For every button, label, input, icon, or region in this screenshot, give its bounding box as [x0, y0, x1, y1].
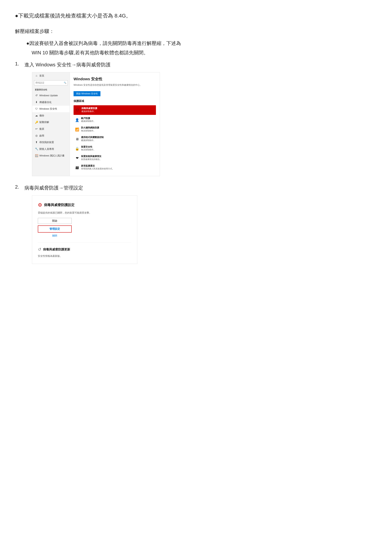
sidebar-item-delivery[interactable]: ⬇ 傳遞最佳化	[32, 99, 70, 106]
sidebar-item-developer[interactable]: 🔧 開發人員專用	[32, 146, 70, 152]
step1-item: 1. 進入 Windows 安全性→病毒與威脅防護 ⌂ 首頁 🔍 更新與安全性 …	[15, 61, 377, 176]
insider-icon: 🪟	[35, 154, 38, 158]
sidebar-item-recovery[interactable]: ↩ 復原	[32, 126, 70, 132]
panel2-title: 病毒與威脅防護設定	[44, 202, 75, 208]
panel2-update-title: 病毒與威脅防護更新	[43, 247, 70, 252]
virus-protection-desc: 建議採取動作。	[81, 110, 154, 113]
sidebar-item-backup[interactable]: ☁ 備份	[32, 112, 70, 119]
panel2-update-icon: ↺	[38, 246, 41, 253]
open-windows-security-button[interactable]: 開啟 Windows 安全性	[74, 91, 100, 96]
account-icon: 👤	[75, 117, 79, 123]
panel2-close-link[interactable]: 關閉	[38, 234, 72, 238]
sidebar-search-input[interactable]	[35, 81, 64, 84]
parental-title: 家長監護選項	[81, 165, 154, 167]
file-size-check: ●下載完成檔案後請先檢查檔案大小是否為 8.4G。	[15, 11, 377, 20]
sidebar-item-activation[interactable]: ◎ 啟用	[32, 132, 70, 139]
developer-icon: 🔧	[35, 147, 38, 151]
virus-protection-title: 病毒與威脅防護	[81, 107, 154, 110]
win-main-title: Windows 安全性	[74, 76, 156, 82]
sidebar-windows-update-label: Windows Update	[39, 94, 58, 97]
protection-device-security[interactable]: 🔒 裝置安全性 無須採取動作。	[74, 144, 156, 153]
device-security-title: 裝置安全性	[81, 145, 154, 149]
update-icon: ↺	[35, 94, 38, 97]
device-health-icon: ❤	[75, 155, 79, 161]
activation-icon: ◎	[35, 134, 38, 138]
protection-firewall[interactable]: 📶 防火牆與網路防護 無須採取動作。	[74, 125, 156, 134]
home-icon: ⌂	[35, 74, 38, 78]
sidebar-troubleshoot-label: 疑難排解	[39, 121, 49, 124]
step1-label: 進入 Windows 安全性→病毒與威脅防護	[24, 62, 111, 68]
parental-desc: 管理您的家人對其裝置的使用方式。	[81, 167, 154, 170]
sidebar-developer-label: 開發人員專用	[39, 147, 54, 151]
protection-device-health[interactable]: ❤ 裝置效能與健康情況 裝置健康情況的報告。	[74, 154, 156, 162]
step2-label: 病毒與威脅防護→管理設定	[24, 185, 83, 191]
virus-warning-line2: WIN 10 關防毒步驟,若有其他防毒軟體也都請先關閉。	[26, 48, 377, 57]
step2-item: 2. 病毒與威脅防護→管理設定 ⚙ 病毒與威脅防護設定 雲端提供的保護已關閉，您…	[15, 184, 377, 264]
sidebar-find-device-label: 尋找我的裝置	[39, 141, 54, 144]
account-protection-desc: 建議採取動作。	[81, 120, 154, 123]
step1-number: 1.	[15, 61, 24, 67]
app-browser-icon: 🖥	[75, 136, 79, 142]
sidebar-search-box[interactable]: 🔍	[34, 80, 68, 85]
sidebar-section-label: 更新與安全性	[32, 86, 70, 92]
win-main-desc: Windows 安全性是你你您提現及管理裝置安全性和健康情況的中心。	[74, 83, 156, 87]
account-protection-title: 帳戶防護	[81, 117, 154, 120]
virus-protection-settings-panel: ⚙ 病毒與威脅防護設定 雲端提供的保護已關閉，您的裝置可能易受攻擊。 開啟 管理…	[32, 195, 137, 264]
parental-icon: 👨‍👩‍👧	[75, 165, 79, 171]
panel2-settings-icon: ⚙	[38, 201, 42, 209]
sidebar-item-insider[interactable]: 🪟 Windows 測試人員計畫	[32, 152, 70, 159]
step2-number: 2.	[15, 184, 24, 190]
sidebar-activation-label: 啟用	[39, 134, 44, 138]
panel2-update-desc: 安全性情報為最新版。	[38, 254, 132, 258]
win-sidebar: ⌂ 首頁 🔍 更新與安全性 ↺ Windows Update ⬇ 傳遞最佳化	[32, 72, 70, 176]
win-main-content: Windows 安全性 Windows 安全性是你你您提現及管理裝置安全性和健康…	[70, 72, 160, 176]
device-health-title: 裝置效能與健康情況	[81, 155, 154, 158]
recovery-icon: ↩	[35, 127, 38, 131]
device-health-desc: 裝置健康情況的報告。	[81, 158, 154, 161]
sidebar-recovery-label: 復原	[39, 127, 44, 131]
sidebar-insider-label: Windows 測試人員計畫	[39, 154, 64, 157]
sidebar-backup-label: 備份	[39, 114, 44, 117]
device-security-icon: 🔒	[75, 146, 79, 152]
protection-app-browser[interactable]: 🖥 應用程式與瀏覽器控制 建議採取動作。	[74, 135, 156, 144]
sidebar-item-find-device[interactable]: ⬆ 尋找我的裝置	[32, 139, 70, 146]
virus-warning-line1: ●因波賽頓登入器會被誤判為病毒，請先關閉防毒再進行解壓縮，下述為	[26, 39, 377, 47]
sidebar-home[interactable]: ⌂ 首頁	[32, 72, 70, 79]
search-icon: 🔍	[64, 81, 66, 85]
delivery-icon: ⬇	[35, 100, 38, 104]
protection-virus[interactable]: 🛡 病毒與威脅防護 建議採取動作。	[74, 105, 156, 115]
sidebar-delivery-label: 傳遞最佳化	[39, 101, 52, 104]
sidebar-item-troubleshoot[interactable]: 🔑 疑難排解	[32, 119, 70, 126]
app-browser-title: 應用程式與瀏覽器控制	[81, 136, 154, 139]
windows-security-panel: ⌂ 首頁 🔍 更新與安全性 ↺ Windows Update ⬇ 傳遞最佳化	[32, 72, 160, 176]
panel2-manage-link[interactable]: 管理設定	[38, 225, 72, 233]
panel2-desc: 雲端提供的保護已關閉，您的裝置可能易受攻擊。	[38, 211, 132, 215]
protection-area-title: 保護區域	[74, 99, 156, 104]
panel2-header: ⚙ 病毒與威脅防護設定	[38, 201, 132, 209]
firewall-desc: 無須採取動作。	[81, 129, 154, 132]
sidebar-home-label: 首頁	[39, 74, 44, 77]
decompress-title: 解壓縮檔案步驟：	[15, 27, 377, 35]
find-device-icon: ⬆	[35, 140, 38, 144]
troubleshoot-icon: 🔑	[35, 121, 38, 124]
protection-account[interactable]: 👤 帳戶防護 建議採取動作。	[74, 116, 156, 124]
device-security-desc: 無須採取動作。	[81, 148, 154, 151]
protection-parental[interactable]: 👨‍👩‍👧 家長監護選項 管理您的家人對其裝置的使用方式。	[74, 163, 156, 172]
sidebar-item-win-security[interactable]: 🛡 Windows 安全性	[32, 106, 70, 112]
virus-icon: 🛡	[75, 107, 80, 113]
panel2-update-header: ↺ 病毒與威脅防護更新	[38, 246, 132, 253]
panel2-open-button[interactable]: 開啟	[38, 218, 72, 224]
sidebar-item-windows-update[interactable]: ↺ Windows Update	[32, 92, 70, 99]
firewall-icon: 📶	[75, 127, 79, 132]
sidebar-win-security-label: Windows 安全性	[39, 107, 57, 110]
app-browser-desc: 建議採取動作。	[81, 139, 154, 142]
shield-icon: 🛡	[35, 107, 38, 111]
firewall-title: 防火牆與網路防護	[81, 126, 154, 129]
backup-icon: ☁	[35, 114, 38, 117]
